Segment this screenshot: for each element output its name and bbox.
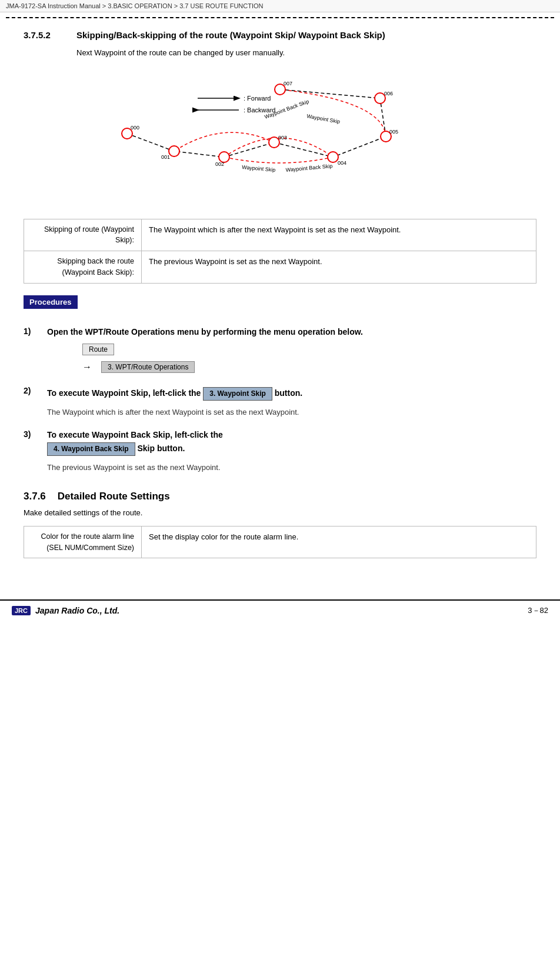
section-376-table-label: Color for the route alarm line (SEL NUM/… xyxy=(24,526,142,558)
proc-3-subdesc: The previous Waypoint is set as the next… xyxy=(47,462,536,474)
table-row: Skipping back the route (Waypoint Back S… xyxy=(24,251,536,284)
procedure-step-1: 1) Open the WPT/Route Operations menu by… xyxy=(24,326,536,375)
dashed-separator xyxy=(6,17,554,18)
footer-logo: JRC Japan Radio Co., Ltd. xyxy=(12,606,119,615)
procedure-step-3: 3) To execute Waypoint Back Skip, left-c… xyxy=(24,429,536,473)
footer-page-number: 3－82 xyxy=(528,605,548,616)
svg-text:005: 005 xyxy=(389,129,398,135)
page-footer: JRC Japan Radio Co., Ltd. 3－82 xyxy=(0,599,560,621)
table-value-2: The previous Waypoint is set as the next… xyxy=(142,251,536,284)
proc-1-description: Open the WPT/Route Operations menu by pe… xyxy=(47,326,363,338)
proc-3-description: To execute Waypoint Back Skip, left-clic… xyxy=(47,429,223,456)
table-row: Color for the route alarm line (SEL NUM/… xyxy=(24,526,536,558)
route-button[interactable]: Route xyxy=(82,344,114,355)
footer-company: Japan Radio Co., Ltd. xyxy=(35,606,119,615)
breadcrumb: JMA-9172-SA Instruction Manual > 3.BASIC… xyxy=(0,0,560,12)
breadcrumb-part3: 3.7 USE ROUTE FUNCTION xyxy=(179,2,263,9)
section-376-table: Color for the route alarm line (SEL NUM/… xyxy=(24,526,536,559)
section-375-header: 3.7.5.2 Skipping/Back-skipping of the ro… xyxy=(24,29,536,41)
waypoint-diagram: : Forward : Backward Waypoint Back Skip … xyxy=(24,66,536,207)
section-376-number: 3.7.6 xyxy=(24,491,46,502)
proc-1-header: 1) Open the WPT/Route Operations menu by… xyxy=(24,326,536,338)
table-value-1: The Waypoint which is after the next Way… xyxy=(142,219,536,251)
proc-1-arrow-row: → 3. WPT/Route Operations xyxy=(82,360,536,374)
table-label-2: Skipping back the route (Waypoint Back S… xyxy=(24,251,142,284)
proc-3-desc-prefix: To execute Waypoint Back Skip, left-clic… xyxy=(47,430,223,439)
wpt-route-operations-button[interactable]: 3. WPT/Route Operations xyxy=(101,361,195,373)
svg-text:002: 002 xyxy=(215,161,224,167)
breadcrumb-part1: JMA-9172-SA Instruction Manual xyxy=(6,2,101,9)
svg-text:Waypoint Skip: Waypoint Skip xyxy=(306,113,341,125)
main-content: 3.7.5.2 Skipping/Back-skipping of the ro… xyxy=(0,23,560,582)
svg-point-10 xyxy=(169,146,179,156)
proc-2-description: To execute Waypoint Skip, left-click the… xyxy=(47,386,302,402)
proc-3-desc-suffix: Skip button. xyxy=(137,444,185,453)
section-375-title: Skipping/Back-skipping of the route (Way… xyxy=(76,29,385,41)
section-376-description: Make detailed settings of the route. xyxy=(24,507,536,519)
table-row: Skipping of route (Waypoint Skip): The W… xyxy=(24,219,536,251)
section-376-title: Detailed Route Settings xyxy=(58,491,170,502)
proc-3-number: 3) xyxy=(24,429,47,439)
section-376-header: 3.7.6 Detailed Route Settings xyxy=(24,491,536,502)
svg-text:: Forward: : Forward xyxy=(244,95,271,102)
svg-text:004: 004 xyxy=(338,160,346,166)
svg-text:Waypoint Back Skip: Waypoint Back Skip xyxy=(285,163,332,173)
proc-3-header: 3) To execute Waypoint Back Skip, left-c… xyxy=(24,429,536,456)
section-375-description: Next Waypoint of the route can be change… xyxy=(76,47,536,59)
proc-2-header: 2) To execute Waypoint Skip, left-click … xyxy=(24,386,536,402)
table-label-1: Skipping of route (Waypoint Skip): xyxy=(24,219,142,251)
section-375-number: 3.7.5.2 xyxy=(24,29,76,40)
proc-2-desc-prefix: To execute Waypoint Skip, left-click the xyxy=(47,388,201,398)
jrc-badge: JRC xyxy=(12,606,31,615)
procedures-badge: Procedures xyxy=(24,295,78,309)
waypoint-back-skip-button[interactable]: 4. Waypoint Back Skip xyxy=(47,442,135,456)
svg-text:001: 001 xyxy=(161,154,170,160)
svg-point-16 xyxy=(328,152,338,162)
svg-text:006: 006 xyxy=(384,91,393,96)
proc-2-body: The Waypoint which is after the next Way… xyxy=(47,406,536,418)
svg-text:000: 000 xyxy=(131,125,139,131)
proc-1-body: Route → 3. WPT/Route Operations xyxy=(47,342,536,374)
arrow-symbol: → xyxy=(82,362,92,372)
proc-2-subdesc: The Waypoint which is after the next Way… xyxy=(47,406,536,418)
section-376-table-value: Set the display color for the route alar… xyxy=(142,526,536,558)
svg-text:Waypoint Skip: Waypoint Skip xyxy=(242,164,276,173)
section-375-table: Skipping of route (Waypoint Skip): The W… xyxy=(24,219,536,284)
svg-text:003: 003 xyxy=(278,135,287,141)
proc-2-number: 2) xyxy=(24,386,47,395)
proc-2-desc-suffix: button. xyxy=(275,388,302,398)
breadcrumb-part2: 3.BASIC OPERATION xyxy=(108,2,172,9)
svg-text:007: 007 xyxy=(284,81,292,86)
section-376: 3.7.6 Detailed Route Settings Make detai… xyxy=(24,491,536,558)
proc-3-body: The previous Waypoint is set as the next… xyxy=(47,462,536,474)
proc-1-number: 1) xyxy=(24,326,47,336)
route-diagram-svg: : Forward : Backward Waypoint Back Skip … xyxy=(98,66,462,207)
procedure-step-2: 2) To execute Waypoint Skip, left-click … xyxy=(24,386,536,418)
waypoint-skip-button[interactable]: 3. Waypoint Skip xyxy=(203,387,272,401)
